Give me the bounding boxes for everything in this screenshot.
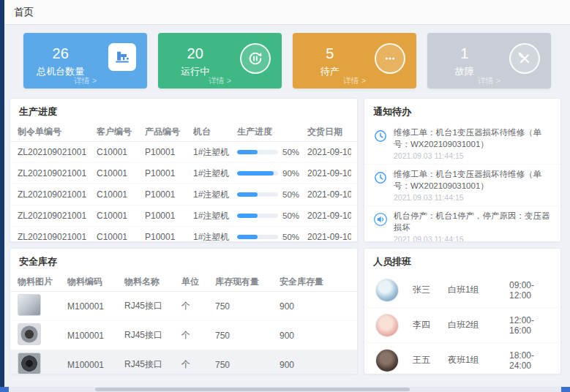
progress-bar	[237, 192, 278, 197]
notices-list: 维修工单：机台1变压器损坏待维修（单号：WX202109031001） 2021…	[364, 123, 560, 242]
schedule-row: 张三 白班1组 09:00-12:00	[364, 273, 560, 308]
notice-timestamp: 2021.09.03 11:44:15	[394, 151, 553, 160]
column-header: 产品编号	[145, 126, 193, 138]
delivery-date: 2021-09-10	[307, 147, 351, 157]
stock-quantity: 750	[215, 301, 280, 312]
detail-link[interactable]: 详情 >	[427, 75, 551, 86]
schedule-title: 人员排班	[364, 249, 560, 273]
stat-card[interactable]: 26 总机台数量 详情 >	[23, 33, 147, 88]
notice-body: 维修工单：机台1变压器损坏待维修（单号：WX202109031001） 2021…	[394, 169, 553, 202]
column-header: 物料编码	[67, 276, 124, 288]
safety-quantity: 900	[280, 301, 344, 312]
progress-fill	[237, 171, 274, 176]
notice-item[interactable]: 维修工单：机台1变压器损坏待维修（单号：WX202109031001） 2021…	[364, 123, 560, 165]
progress-percent: 50%	[282, 233, 299, 241]
notice-text: 机台停产：机台1停产，停产原因：变压器损坏	[394, 211, 553, 233]
material-photo-cell	[18, 294, 67, 318]
running-icon	[247, 50, 263, 67]
stat-card[interactable]: 5 待产 详情 >	[293, 33, 416, 88]
stat-card[interactable]: 20 运行中 详情 >	[158, 33, 282, 88]
product-number: P10001	[145, 232, 193, 242]
schedule-panel: 人员排班 张三 白班1组 09:00-12:00 李四	[364, 248, 561, 374]
progress-bar	[237, 235, 278, 239]
column-header: 生产进度	[237, 126, 307, 138]
scrollbar-left-cap	[0, 387, 9, 392]
shift-group: 白班2组	[448, 319, 509, 331]
clock-icon	[373, 129, 388, 143]
material-code: M100001	[67, 331, 124, 341]
notice-text: 维修工单：机台1变压器损坏待维修（单号：WX202109031001）	[394, 169, 553, 192]
panels-grid: 生产进度 制令单编号客户编号产品编号机台生产进度交货日期 ZL202109021…	[10, 98, 565, 374]
progress-bar	[237, 171, 278, 176]
scrollbar-right-cap	[561, 387, 570, 392]
scrollbar-thumb[interactable]	[95, 388, 410, 391]
machine-name: 1#注塑机	[193, 146, 237, 159]
stat-value: 26	[53, 46, 69, 61]
notice-text: 维修工单：机台1变压器损坏待维修（单号：WX202109031001）	[394, 127, 553, 150]
avatar	[376, 279, 398, 301]
notice-item[interactable]: 机台停产：机台1停产，停产原因：变压器损坏 2021.09.03 11:44:1…	[364, 206, 560, 242]
notice-item[interactable]: 维修工单：机台1变压器损坏待维修（单号：WX202109031001） 2021…	[364, 165, 560, 206]
notice-icon-wrap	[373, 212, 388, 227]
employee-name: 张三	[413, 284, 448, 296]
production-row[interactable]: ZL202109021001 C10001 P10001 1#注塑机 50% 2…	[10, 184, 357, 206]
material-code: M100001	[67, 301, 124, 312]
schedule-row: 李四 白班2组 12:00-16:00	[364, 308, 560, 343]
progress-percent: 90%	[282, 169, 299, 178]
production-header-row: 制令单编号客户编号产品编号机台生产进度交货日期	[10, 123, 357, 142]
inventory-row[interactable]: M100001 RJ45接口 个 750 900	[10, 292, 357, 321]
shift-time: 18:00-24:00	[509, 350, 549, 371]
schedule-list: 张三 白班1组 09:00-12:00 李四 白班2组 12:00-16:00	[364, 273, 560, 374]
delivery-date: 2021-09-10	[307, 168, 351, 178]
inventory-body: M100001 RJ45接口 个 750 900 M100001 RJ45接口 …	[10, 292, 357, 374]
material-photo	[18, 353, 41, 374]
top-bar: 首页	[4, 0, 570, 25]
notices-panel: 通知待办 维修工单：机台1变压器损坏待维修（单号：WX	[364, 98, 561, 242]
material-code: M100001	[67, 360, 124, 370]
inventory-row[interactable]: M100001 RJ45接口 个 750 900	[10, 321, 357, 350]
production-row[interactable]: ZL202109021001 C10001 P10001 1#注塑机 90% 2…	[10, 163, 357, 184]
shift-time: 12:00-16:00	[509, 315, 549, 336]
product-number: P10001	[145, 211, 193, 221]
progress-cell: 50%	[237, 148, 307, 157]
production-row[interactable]: ZL202109021001 C10001 P10001 1#注塑机 50% 2…	[10, 206, 357, 227]
detail-link[interactable]: 详情 >	[158, 75, 282, 86]
production-row[interactable]: ZL202109021001 C10001 P10001 1#注塑机 50% 2…	[10, 227, 357, 242]
order-number: ZL202109021001	[18, 189, 97, 200]
progress-percent: 50%	[282, 148, 299, 157]
notice-icon-wrap	[373, 170, 388, 185]
schedule-row: 王五 夜班1组 18:00-24:00	[364, 343, 560, 374]
production-row[interactable]: ZL202109021001 C10001 P10001 1#注塑机 50% 2…	[10, 142, 357, 163]
machine-name: 1#注塑机	[193, 210, 237, 222]
inventory-row[interactable]: M100001 RJ45接口 个 750 900	[10, 350, 357, 374]
material-photo-cell	[18, 353, 67, 374]
left-edge-strip	[0, 0, 4, 392]
stat-value: 5	[326, 46, 334, 61]
stock-quantity: 750	[215, 360, 280, 370]
material-unit: 个	[181, 300, 215, 312]
notices-title: 通知待办	[364, 99, 560, 123]
inventory-title: 安全库存	[10, 249, 357, 273]
customer-number: C10001	[97, 232, 145, 242]
progress-cell: 90%	[237, 169, 307, 178]
employee-name: 王五	[413, 354, 448, 366]
stat-icon-wrap	[240, 43, 271, 74]
waiting-icon	[382, 50, 398, 67]
progress-fill	[237, 214, 258, 218]
progress-bar	[237, 150, 278, 154]
material-photo-cell	[18, 323, 67, 347]
progress-fill	[237, 150, 258, 154]
inventory-header-row: 物料图片物料编码物料名称单位库存现有量安全库存量	[10, 273, 357, 292]
column-header: 安全库存量	[280, 276, 344, 288]
stat-card[interactable]: 1 故障 详情 >	[427, 33, 551, 88]
progress-cell: 50%	[237, 211, 307, 220]
progress-cell: 50%	[237, 233, 307, 241]
customer-number: C10001	[97, 168, 145, 178]
material-unit: 个	[181, 329, 215, 342]
horizontal-scrollbar[interactable]	[0, 387, 570, 392]
detail-link[interactable]: 详情 >	[23, 75, 147, 86]
material-unit: 个	[181, 358, 215, 371]
machine-icon	[114, 49, 130, 65]
detail-link[interactable]: 详情 >	[293, 75, 416, 86]
material-name: RJ45接口	[124, 300, 181, 312]
